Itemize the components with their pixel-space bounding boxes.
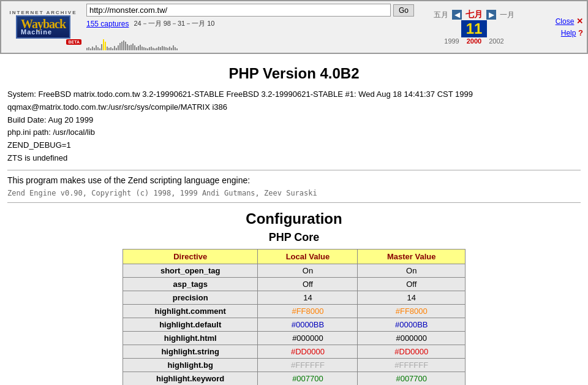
month-navigation: 五月 ◀ 七月 ▶ 一月 — [434, 9, 514, 20]
directive-cell: highlight.html — [123, 331, 258, 345]
system-info: System: FreeBSD matrix.todo.com.tw 3.2-1… — [7, 88, 581, 165]
beta-badge: BETA — [66, 39, 81, 45]
page-title: PHP Version 4.0B2 — [7, 65, 581, 82]
captures-date: 24－一月 98－31－一月 10 — [134, 19, 214, 28]
directive-cell: precision — [123, 291, 258, 304]
directive-cell: asp_tags — [123, 277, 258, 291]
local-value-cell: #0000BB — [258, 318, 358, 331]
prev-arrow[interactable]: ◀ — [452, 10, 462, 20]
local-value-cell: #000000 — [258, 331, 358, 345]
url-input[interactable] — [86, 4, 391, 17]
local-value-cell: Off — [258, 277, 358, 291]
directive-cell: short_open_tag — [123, 264, 258, 277]
master-value-cell: On — [358, 264, 466, 277]
divider-2 — [7, 202, 581, 203]
help-q-icon: ? — [578, 28, 583, 37]
master-value-cell: Off — [358, 277, 466, 291]
month-jan[interactable]: 一月 — [500, 10, 514, 20]
master-value-cell: #0000BB — [358, 318, 466, 331]
build-date-line: Build Date: Aug 20 1999 — [7, 114, 581, 127]
table-row: precision1414 — [123, 291, 466, 304]
master-value-cell: #DD0000 — [358, 345, 466, 358]
year-2000[interactable]: 2000 — [467, 37, 481, 45]
day-display: 11 — [461, 20, 488, 37]
calendar-nav: 五月 ◀ 七月 ▶ 一月 11 1999 2000 2002 — [419, 9, 529, 45]
directive-cell: highlight.default — [123, 318, 258, 331]
url-bar-section: Go 155 captures 24－一月 98－31－一月 10 — [86, 4, 414, 50]
zts-line: ZTS is undefined — [7, 152, 581, 165]
system-line: System: FreeBSD matrix.todo.com.tw 3.2-1… — [7, 88, 581, 114]
directive-cell: highlight.keyword — [123, 372, 258, 385]
php-core-title: PHP Core — [7, 231, 581, 244]
directive-cell: highlight.comment — [123, 304, 258, 318]
local-value-cell: On — [258, 264, 358, 277]
config-table-wrapper: Directive Local Value Master Value short… — [7, 249, 581, 385]
machine-text: Machine — [21, 29, 52, 36]
captures-row: 155 captures 24－一月 98－31－一月 10 — [86, 19, 414, 28]
main-content: PHP Version 4.0B2 System: FreeBSD matrix… — [0, 54, 588, 385]
table-row: highlight.default#0000BB#0000BB — [123, 318, 466, 331]
go-button[interactable]: Go — [393, 4, 414, 17]
local-value-cell: 14 — [258, 291, 358, 304]
config-title: Configuration — [7, 210, 581, 227]
month-may[interactable]: 五月 — [434, 10, 448, 20]
year-2002[interactable]: 2002 — [489, 37, 503, 45]
table-row: short_open_tagOnOn — [123, 264, 466, 277]
table-row: highlight.bg#FFFFFF#FFFFFF — [123, 358, 466, 372]
col-header-local: Local Value — [258, 249, 358, 264]
local-value-cell: #DD0000 — [258, 345, 358, 358]
help-row: Help ? — [561, 28, 583, 37]
table-row: highlight.string#DD0000#DD0000 — [123, 345, 466, 358]
directive-cell: highlight.string — [123, 345, 258, 358]
scripting-text: This program makes use of the Zend scrip… — [7, 175, 581, 185]
directive-cell: highlight.bg — [123, 358, 258, 372]
timeline-bar — [86, 32, 414, 50]
config-table: Directive Local Value Master Value short… — [123, 249, 466, 385]
help-link[interactable]: Help — [561, 29, 576, 37]
captures-link[interactable]: 155 captures — [86, 20, 129, 28]
wayback-logo: INTERNET ARCHIVE Wayback Machine BETA — [5, 10, 81, 45]
master-value-cell: #000000 — [358, 331, 466, 345]
local-value-cell: #007700 — [258, 372, 358, 385]
phpini-line: php.ini path: /usr/local/lib — [7, 126, 581, 139]
master-value-cell: #FFFFFF — [358, 358, 466, 372]
zend-debug-line: ZEND_DEBUG=1 — [7, 139, 581, 152]
local-value-cell: #FF8000 — [258, 304, 358, 318]
ia-text: INTERNET ARCHIVE — [10, 10, 77, 15]
close-row: Close ✕ — [556, 17, 583, 26]
close-x-icon: ✕ — [576, 17, 583, 26]
zend-info: Zend Engine v0.90, Copyright (c) 1998, 1… — [7, 189, 581, 197]
local-value-cell: #FFFFFF — [258, 358, 358, 372]
year-navigation: 1999 2000 2002 — [444, 37, 503, 45]
table-row: asp_tagsOffOff — [123, 277, 466, 291]
next-arrow[interactable]: ▶ — [486, 10, 496, 20]
col-header-master: Master Value — [358, 249, 466, 264]
month-jul[interactable]: 七月 — [466, 9, 483, 20]
close-help-section: Close ✕ Help ? — [534, 17, 583, 37]
master-value-cell: #007700 — [358, 372, 466, 385]
wayback-header: INTERNET ARCHIVE Wayback Machine BETA Go… — [0, 0, 588, 54]
master-value-cell: 14 — [358, 291, 466, 304]
table-row: highlight.keyword#007700#007700 — [123, 372, 466, 385]
table-row: highlight.comment#FF8000#FF8000 — [123, 304, 466, 318]
divider-1 — [7, 170, 581, 170]
col-header-directive: Directive — [123, 249, 258, 264]
year-1999[interactable]: 1999 — [444, 37, 459, 45]
table-row: highlight.html#000000#000000 — [123, 331, 466, 345]
url-row: Go — [86, 4, 414, 17]
close-link[interactable]: Close — [556, 17, 575, 26]
wayback-box: Wayback Machine — [16, 15, 70, 39]
master-value-cell: #FF8000 — [358, 304, 466, 318]
